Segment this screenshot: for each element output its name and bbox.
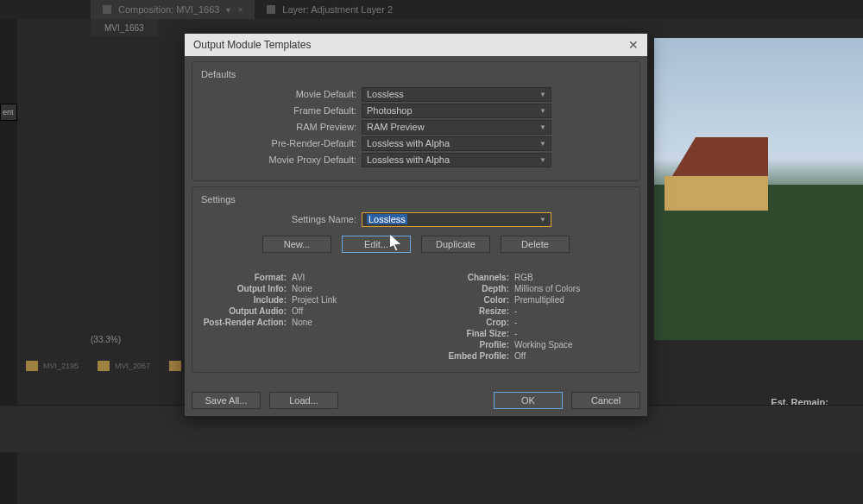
default-row-label: Movie Default: — [201, 89, 362, 99]
caret-down-icon[interactable]: ▾ — [226, 5, 230, 15]
new-button[interactable]: New... — [262, 236, 331, 253]
cancel-button[interactable]: Cancel — [571, 392, 640, 409]
settings-name-select[interactable]: Lossless ▼ — [362, 212, 551, 227]
settings-section: Settings Settings Name: Lossless ▼ New..… — [192, 186, 640, 373]
caret-down-icon: ▼ — [539, 123, 546, 131]
dialog-titlebar[interactable]: Output Module Templates ✕ — [185, 34, 647, 56]
zoom-readout[interactable]: (33.3%) — [91, 335, 121, 344]
default-row-label: Movie Proxy Default: — [201, 154, 362, 165]
preview-viewport[interactable] — [654, 38, 863, 340]
ok-button[interactable]: OK — [494, 392, 563, 409]
dialog-title: Output Module Templates — [193, 39, 312, 51]
defaults-rows: Movie Default:Lossless▼Frame Default:Pho… — [201, 86, 631, 167]
sub-tab[interactable]: MVI_1663 — [91, 19, 158, 36]
panel-stub[interactable]: ent — [0, 104, 17, 121]
caret-down-icon: ▼ — [539, 140, 546, 148]
edit-button[interactable]: Edit... — [342, 236, 411, 253]
settings-name-label: Settings Name: — [201, 214, 362, 224]
default-row-label: Pre-Render-Default: — [201, 138, 362, 148]
tab-layer[interactable]: Layer: Adjustment Layer 2 — [255, 0, 405, 19]
document-tab-bar: Composition: MVI_1663 ▾ × Layer: Adjustm… — [0, 0, 863, 19]
info-right: Channels:RGBDepth:Millions of ColorsColo… — [416, 272, 631, 362]
caret-down-icon: ▼ — [539, 156, 546, 164]
default-row-label: Frame Default: — [201, 105, 362, 116]
caret-down-icon: ▼ — [539, 107, 546, 115]
thumbnail[interactable]: MVI_2195 — [26, 353, 79, 379]
duplicate-button[interactable]: Duplicate — [421, 236, 490, 253]
load-button[interactable]: Load... — [269, 392, 338, 409]
close-icon[interactable]: ✕ — [628, 38, 639, 52]
section-label: Settings — [201, 194, 631, 205]
section-label: Defaults — [201, 69, 631, 79]
tab-icon — [103, 5, 111, 14]
caret-down-icon: ▼ — [539, 216, 546, 224]
delete-button[interactable]: Delete — [501, 236, 570, 253]
default-row-label: RAM Preview: — [201, 122, 362, 132]
save-all-button[interactable]: Save All... — [192, 392, 261, 409]
default-row-select[interactable]: Lossless with Alpha▼ — [362, 136, 551, 151]
defaults-section: Defaults Movie Default:Lossless▼Frame De… — [192, 61, 640, 181]
close-icon[interactable]: × — [237, 5, 243, 15]
output-module-templates-dialog: Output Module Templates ✕ Defaults Movie… — [184, 33, 648, 417]
caret-down-icon: ▼ — [539, 91, 546, 98]
default-row-select[interactable]: Photoshop▼ — [362, 104, 551, 118]
default-row-select[interactable]: Lossless▼ — [362, 87, 551, 102]
default-row-select[interactable]: Lossless with Alpha▼ — [362, 153, 551, 167]
default-row-select[interactable]: RAM Preview▼ — [362, 120, 551, 135]
tab-icon — [267, 5, 275, 14]
thumbnail[interactable]: MVI_2067 — [98, 353, 150, 379]
tab-composition[interactable]: Composition: MVI_1663 ▾ × — [91, 0, 255, 19]
info-left: Format:AVIOutput Info:NoneInclude:Projec… — [201, 272, 416, 362]
